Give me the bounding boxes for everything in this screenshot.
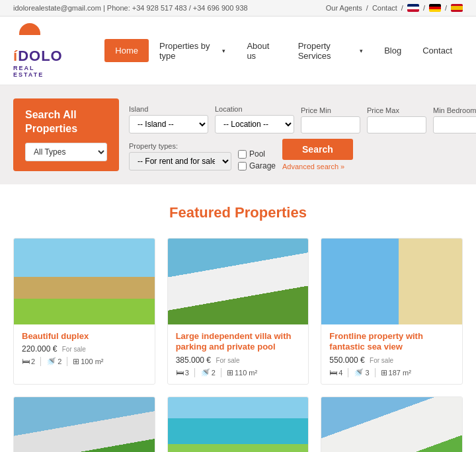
meta-divider: [375, 368, 376, 377]
bed-icon: 🛏: [329, 368, 337, 377]
area-value: 110 m²: [235, 369, 257, 377]
area-meta: ⊞ 187 m²: [381, 368, 411, 377]
price-max-field: Price Max: [367, 106, 426, 133]
area-icon: ⊞: [381, 368, 387, 377]
all-types-select[interactable]: All Types: [25, 143, 107, 161]
property-status: For sale: [370, 357, 393, 364]
topbar-right: Our Agents / Contact / / /: [326, 4, 463, 12]
meta-divider: [348, 368, 348, 377]
property-card[interactable]: Luxury villa with sea views 680.000 € Fo…: [321, 396, 463, 452]
beds-count: 4: [338, 369, 342, 377]
bath-icon: 🚿: [200, 368, 210, 377]
beds-meta: 🛏 4: [329, 368, 342, 377]
pool-checkbox[interactable]: [238, 150, 247, 159]
property-types-field: Property types: -- For rent and for sale…: [129, 142, 231, 170]
search-btn-col: Search Advanced search »: [282, 139, 353, 170]
logo-brand: íDOLO: [13, 48, 65, 65]
property-price: 385.000 € For sale: [176, 356, 301, 365]
bed-icon: 🛏: [176, 368, 184, 377]
property-image: [14, 397, 155, 452]
area-value: 187 m²: [389, 369, 411, 377]
beds-meta: 🛏 2: [22, 357, 35, 366]
min-bedrooms-field: Min Bedrooms:: [433, 106, 476, 133]
baths-meta: 🚿 2: [46, 357, 61, 366]
flag-de-icon[interactable]: [429, 4, 441, 12]
meta-divider: [221, 368, 221, 377]
property-meta: 🛏 2 🚿 2 ⊞ 100 m²: [22, 357, 147, 366]
property-card[interactable]: Large independent villa with parking and…: [167, 238, 309, 385]
price-min-label: Price Min: [301, 106, 360, 114]
property-card[interactable]: Frontline property with fantastic sea vi…: [321, 238, 463, 385]
property-status: For sale: [216, 357, 239, 364]
logo-subtitle: REAL ESTATE: [13, 65, 65, 78]
advanced-search-link[interactable]: Advanced search »: [282, 163, 353, 170]
search-row-2: Property types: -- For rent and for sale…: [129, 139, 476, 170]
property-image: [321, 239, 462, 324]
island-select[interactable]: -- Island --: [129, 115, 208, 133]
search-title: Search All Properties: [25, 108, 107, 136]
property-image: [321, 397, 462, 452]
property-image: [168, 239, 309, 324]
agents-link[interactable]: Our Agents: [326, 4, 362, 12]
bath-icon: 🚿: [354, 368, 364, 377]
property-card[interactable]: Modern villa with private pool 420.000 €…: [167, 396, 309, 452]
search-button[interactable]: Search: [282, 139, 353, 160]
property-types-select[interactable]: -- For rent and for sale --: [129, 152, 231, 170]
location-label: Location: [215, 105, 294, 113]
garage-checkbox[interactable]: [238, 162, 247, 170]
price-max-input[interactable]: [367, 116, 426, 133]
meta-divider: [40, 357, 41, 366]
baths-meta: 🚿 2: [200, 368, 216, 377]
property-info: Beautiful duplex 220.000 € For sale 🛏 2 …: [14, 324, 155, 373]
property-card[interactable]: Beautiful duplex 220.000 € For sale 🛏 2 …: [13, 238, 155, 385]
property-image: [168, 397, 309, 452]
nav-property-services[interactable]: Property Services ▾: [288, 34, 374, 67]
flag-es-icon[interactable]: [451, 4, 463, 12]
search-row-1: Island -- Island -- Location -- Location…: [129, 98, 476, 133]
nav-properties-by-type[interactable]: Properties by type ▾: [149, 34, 236, 67]
property-meta: 🛏 3 🚿 2 ⊞ 110 m²: [176, 368, 301, 377]
island-label: Island: [129, 105, 208, 113]
logo-icon: [13, 23, 46, 46]
topbar: idolorealestate@gmail.com | Phone: +34 9…: [0, 0, 476, 17]
beds-meta: 🛏 3: [176, 368, 189, 377]
contact-link[interactable]: Contact: [372, 4, 397, 12]
property-types-label: Property types:: [129, 142, 231, 150]
beds-count: 3: [185, 369, 189, 377]
property-price: 550.000 € For sale: [329, 356, 454, 365]
property-name[interactable]: Frontline property with fantastic sea vi…: [329, 331, 454, 354]
price-min-input[interactable]: [301, 116, 360, 133]
meta-divider: [67, 357, 67, 366]
property-name[interactable]: Beautiful duplex: [22, 331, 147, 342]
logo[interactable]: íDOLO REAL ESTATE: [13, 23, 65, 78]
pool-label: Pool: [249, 149, 265, 159]
header: íDOLO REAL ESTATE Home Properties by typ…: [0, 17, 476, 85]
chevron-down-icon: ▾: [222, 48, 225, 54]
min-bedrooms-input[interactable]: [433, 116, 476, 133]
property-card[interactable]: Detached villa with pool 295.000 € For s…: [13, 396, 155, 452]
amenities-checkboxes: Pool Garage: [238, 148, 276, 170]
area-value: 100 m²: [81, 358, 103, 365]
beds-count: 2: [31, 358, 35, 365]
search-left-panel: Search All Properties All Types: [13, 98, 119, 171]
properties-grid: Beautiful duplex 220.000 € For sale 🛏 2 …: [13, 238, 463, 452]
area-icon: ⊞: [73, 357, 79, 366]
pool-checkbox-row: Pool: [238, 149, 276, 159]
baths-meta: 🚿 3: [354, 368, 369, 377]
nav-contact[interactable]: Contact: [412, 39, 463, 62]
property-info: Frontline property with fantastic sea vi…: [321, 324, 462, 385]
area-meta: ⊞ 110 m²: [227, 368, 257, 377]
bath-icon: 🚿: [46, 357, 56, 366]
flag-uk-icon[interactable]: [407, 4, 419, 12]
garage-label: Garage: [249, 161, 276, 170]
location-select[interactable]: -- Location --: [215, 115, 294, 133]
area-meta: ⊞ 100 m²: [73, 357, 103, 366]
nav-home[interactable]: Home: [104, 39, 149, 62]
nav-about-us[interactable]: About us: [236, 34, 287, 67]
meta-divider: [194, 368, 195, 377]
min-bedrooms-label: Min Bedrooms:: [433, 106, 476, 114]
area-icon: ⊞: [227, 368, 233, 377]
baths-count: 3: [365, 369, 369, 377]
property-name[interactable]: Large independent villa with parking and…: [176, 331, 301, 354]
nav-blog[interactable]: Blog: [374, 39, 412, 62]
